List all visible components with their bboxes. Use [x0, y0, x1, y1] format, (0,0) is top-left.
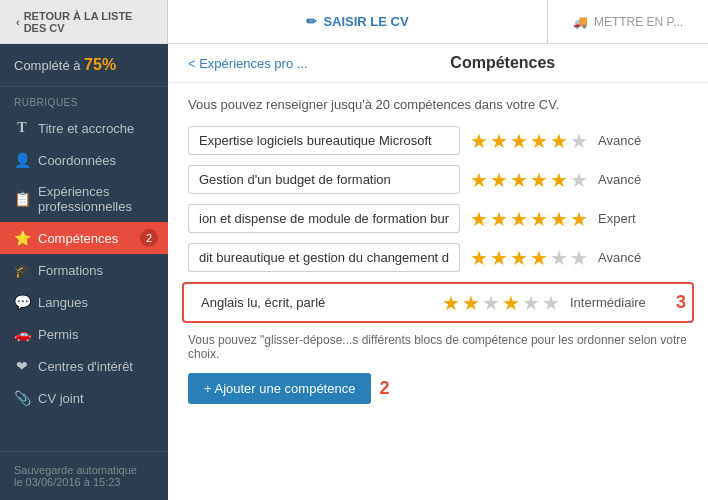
level-label-3: Avancé [598, 250, 688, 265]
coordonnees-icon: 👤 [14, 152, 30, 168]
star-1-4[interactable]: ★ [550, 168, 568, 192]
sidebar-item-competences[interactable]: ⭐ Compétences 2 [0, 222, 168, 254]
completion-pct: 75% [84, 56, 116, 73]
competence-row: ★ ★ ★ ★ ★ ★ Avancé [188, 126, 688, 155]
panel-title: Compétences [318, 54, 688, 72]
back-label: RETOUR À LA LISTE DES CV [24, 10, 155, 34]
stars-3[interactable]: ★ ★ ★ ★ ★ ★ [470, 246, 588, 270]
competence-input-0[interactable] [188, 126, 460, 155]
truck-icon: 🚚 [573, 15, 588, 29]
panel-info: Vous pouvez renseigner jusqu'à 20 compét… [188, 97, 688, 112]
star-3-1[interactable]: ★ [490, 246, 508, 270]
star-1-1[interactable]: ★ [490, 168, 508, 192]
star-1-5[interactable]: ★ [570, 168, 588, 192]
star-4-3[interactable]: ★ [502, 291, 520, 315]
star-1-3[interactable]: ★ [530, 168, 548, 192]
star-1-0[interactable]: ★ [470, 168, 488, 192]
saisir-label: SAISIR LE CV [323, 14, 408, 29]
star-0-1[interactable]: ★ [490, 129, 508, 153]
annotation-2: 2 [379, 378, 389, 399]
sidebar-item-permis[interactable]: 🚗 Permis [0, 318, 168, 350]
stars-4[interactable]: ★ ★ ★ ★ ★ ★ [442, 291, 560, 315]
star-0-3[interactable]: ★ [530, 129, 548, 153]
stars-0[interactable]: ★ ★ ★ ★ ★ ★ [470, 129, 588, 153]
sidebar-item-formations[interactable]: 🎓 Formations [0, 254, 168, 286]
level-label-1: Avancé [598, 172, 688, 187]
cv-joint-icon: 📎 [14, 390, 30, 406]
autosave-label: Sauvegarde automatiquele 03/06/2016 à 15… [14, 464, 137, 488]
competence-input-1[interactable] [188, 165, 460, 194]
sidebar-coordonnees-label: Coordonnées [38, 153, 116, 168]
rubriques-label: RUBRIQUES [0, 87, 168, 112]
star-3-5[interactable]: ★ [570, 246, 588, 270]
star-3-2[interactable]: ★ [510, 246, 528, 270]
sidebar-item-langues[interactable]: 💬 Langues [0, 286, 168, 318]
panel: < Expériences pro ... Compétences Vous p… [168, 44, 708, 500]
panel-body: Vous pouvez renseigner jusqu'à 20 compét… [168, 83, 708, 418]
top-bar: ‹ RETOUR À LA LISTE DES CV ✏ SAISIR LE C… [0, 0, 708, 44]
saisir-tab[interactable]: ✏ SAISIR LE CV [168, 0, 548, 43]
star-2-1[interactable]: ★ [490, 207, 508, 231]
pencil-icon: ✏ [306, 14, 317, 29]
star-3-0[interactable]: ★ [470, 246, 488, 270]
autosave-info: Sauvegarde automatiquele 03/06/2016 à 15… [0, 451, 168, 500]
sidebar-titre-label: Titre et accroche [38, 121, 134, 136]
sidebar-langues-label: Langues [38, 295, 88, 310]
completion-indicator: Complété à 75% [0, 44, 168, 87]
formations-icon: 🎓 [14, 262, 30, 278]
sidebar-formations-label: Formations [38, 263, 103, 278]
star-3-3[interactable]: ★ [530, 246, 548, 270]
experiences-icon: 📋 [14, 191, 30, 207]
sidebar-item-titre[interactable]: T Titre et accroche [0, 112, 168, 144]
level-label-0: Avancé [598, 133, 688, 148]
langues-icon: 💬 [14, 294, 30, 310]
star-4-1[interactable]: ★ [462, 291, 480, 315]
sidebar-item-experiences[interactable]: 📋 Expériences professionnelles [0, 176, 168, 222]
mettre-label: METTRE EN P... [594, 15, 683, 29]
star-4-4[interactable]: ★ [522, 291, 540, 315]
competence-input-3[interactable] [188, 243, 460, 272]
star-4-5[interactable]: ★ [542, 291, 560, 315]
star-2-5[interactable]: ★ [570, 207, 588, 231]
star-3-4[interactable]: ★ [550, 246, 568, 270]
sidebar-item-cv-joint[interactable]: 📎 CV joint [0, 382, 168, 414]
star-4-0[interactable]: ★ [442, 291, 460, 315]
star-2-2[interactable]: ★ [510, 207, 528, 231]
star-2-0[interactable]: ★ [470, 207, 488, 231]
competence-row-highlighted: ★ ★ ★ ★ ★ ★ Intermédiaire 3 [182, 282, 694, 323]
star-0-0[interactable]: ★ [470, 129, 488, 153]
centres-icon: ❤ [14, 358, 30, 374]
star-4-2[interactable]: ★ [482, 291, 500, 315]
sidebar-item-coordonnees[interactable]: 👤 Coordonnées [0, 144, 168, 176]
footer-note: Vous pouvez "glisser-dépose...s différen… [188, 333, 688, 361]
competence-row: ★ ★ ★ ★ ★ ★ Avancé [188, 243, 688, 272]
sidebar-item-centres[interactable]: ❤ Centres d'intérêt [0, 350, 168, 382]
chevron-left-icon: ‹ [16, 16, 20, 28]
breadcrumb[interactable]: < Expériences pro ... [188, 56, 308, 71]
competence-input-4[interactable] [190, 288, 432, 317]
competences-icon: ⭐ [14, 230, 30, 246]
competence-input-2[interactable] [188, 204, 460, 233]
stars-2[interactable]: ★ ★ ★ ★ ★ ★ [470, 207, 588, 231]
star-1-2[interactable]: ★ [510, 168, 528, 192]
add-competence-button[interactable]: + Ajouter une compétence [188, 373, 371, 404]
back-button[interactable]: ‹ RETOUR À LA LISTE DES CV [0, 0, 168, 43]
level-label-4: Intermédiaire [570, 295, 660, 310]
competences-badge: 2 [140, 229, 158, 247]
sidebar-cv-joint-label: CV joint [38, 391, 84, 406]
star-0-2[interactable]: ★ [510, 129, 528, 153]
mettre-tab[interactable]: 🚚 METTRE EN P... [548, 0, 708, 43]
star-2-3[interactable]: ★ [530, 207, 548, 231]
permis-icon: 🚗 [14, 326, 30, 342]
completion-label: Complété à [14, 58, 80, 73]
sidebar-experiences-label: Expériences professionnelles [38, 184, 154, 214]
star-0-5[interactable]: ★ [570, 129, 588, 153]
star-0-4[interactable]: ★ [550, 129, 568, 153]
competence-row: ★ ★ ★ ★ ★ ★ Avancé [188, 165, 688, 194]
stars-1[interactable]: ★ ★ ★ ★ ★ ★ [470, 168, 588, 192]
panel-header: < Expériences pro ... Compétences [168, 44, 708, 83]
level-label-2: Expert [598, 211, 688, 226]
star-2-4[interactable]: ★ [550, 207, 568, 231]
sidebar: Complété à 75% RUBRIQUES T Titre et accr… [0, 44, 168, 500]
annotation-3: 3 [676, 292, 686, 313]
